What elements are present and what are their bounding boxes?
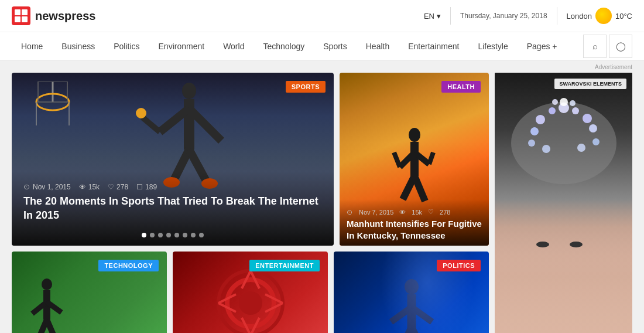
- entertainment-badge[interactable]: ENTERTAINMENT: [249, 260, 320, 271]
- featured-comments: 189: [145, 183, 157, 191]
- ad-background: [495, 73, 632, 333]
- health-title: Manhunt Intensifies For Fugitive In Kent…: [347, 218, 482, 241]
- svg-point-63: [552, 99, 558, 105]
- dot-5[interactable]: [174, 233, 179, 237]
- divider1: [450, 7, 451, 25]
- eye-icon2: 👁: [399, 209, 406, 216]
- svg-point-35: [239, 291, 262, 315]
- meta-views: 👁 15k: [79, 183, 100, 191]
- nav-item-home[interactable]: Home: [12, 33, 52, 59]
- search-button[interactable]: ⌕: [583, 35, 607, 58]
- basketball-hoop: [26, 81, 79, 131]
- featured-article[interactable]: SPORTS ⏲ Nov 1, 2015 👁 15k: [12, 73, 334, 246]
- featured-likes: 278: [117, 183, 128, 191]
- svg-point-19: [409, 128, 420, 142]
- nav-items: Home Business Politics Environment World…: [12, 33, 583, 59]
- technology-badge[interactable]: TECHNOLOGY: [98, 260, 159, 271]
- politics-article[interactable]: POLITICS: [334, 252, 489, 333]
- nav-item-entertainment[interactable]: Entertainment: [399, 33, 468, 59]
- runner-figure: [391, 126, 438, 210]
- nav-item-pages[interactable]: Pages +: [518, 33, 567, 59]
- dot-6[interactable]: [183, 233, 187, 237]
- dot-7[interactable]: [191, 233, 196, 237]
- svg-line-12: [142, 117, 160, 132]
- slider-dots: [23, 228, 322, 240]
- meta-clock: ⏲ Nov 1, 2015: [23, 183, 71, 191]
- lang-label: EN: [424, 12, 434, 21]
- svg-point-64: [570, 100, 576, 106]
- featured-views: 15k: [88, 183, 100, 191]
- svg-point-52: [549, 107, 556, 114]
- ad-box[interactable]: SWAROVSKI ELEMENTS all things extraordin…: [495, 73, 632, 333]
- left-column: SPORTS ⏲ Nov 1, 2015 👁 15k: [12, 73, 489, 333]
- nav-item-world[interactable]: World: [214, 33, 254, 59]
- inner-top: SPORTS ⏲ Nov 1, 2015 👁 15k: [12, 73, 489, 246]
- weather-city: London: [567, 12, 592, 21]
- svg-point-62: [560, 98, 568, 106]
- svg-point-54: [572, 107, 579, 114]
- meta-likes: ♡ 278: [108, 183, 128, 191]
- svg-line-32: [47, 320, 56, 333]
- eye-icon: 👁: [79, 183, 86, 191]
- ad-eyes: [536, 242, 583, 247]
- health-views: 15k: [412, 209, 422, 216]
- lang-selector[interactable]: EN ▾: [424, 12, 441, 21]
- svg-point-58: [528, 140, 535, 147]
- weather-icon: [595, 8, 612, 24]
- nav-item-sports[interactable]: Sports: [314, 33, 356, 59]
- health-article-wrapper: HEALTH ⏲ Nov 7, 2015 👁 15k ♡ 278 Manhunt…: [340, 73, 489, 246]
- meta-comments: ☐ 189: [136, 183, 157, 191]
- dot-3[interactable]: [158, 233, 163, 237]
- nav-icons: ⌕ ◯: [583, 35, 632, 58]
- health-date: Nov 7, 2015: [359, 209, 393, 216]
- svg-point-51: [536, 115, 545, 124]
- sports-badge[interactable]: SPORTS: [286, 81, 326, 93]
- logo-text: newspress: [35, 9, 95, 23]
- svg-line-22: [394, 152, 400, 167]
- health-meta: ⏲ Nov 7, 2015 👁 15k ♡ 278: [347, 208, 482, 216]
- dot-1[interactable]: [142, 233, 146, 237]
- weather-temp: 10°C: [615, 12, 632, 21]
- dot-4[interactable]: [166, 233, 171, 237]
- nav-item-environment[interactable]: Environment: [149, 33, 214, 59]
- clock-icon2: ⏲: [347, 209, 353, 216]
- tech-figure: [18, 273, 76, 333]
- svg-point-9: [182, 83, 196, 99]
- search-icon: ⌕: [592, 41, 598, 51]
- nav-item-politics[interactable]: Politics: [104, 33, 149, 59]
- nav-item-technology[interactable]: Technology: [254, 33, 314, 59]
- technology-article[interactable]: TECHNOLOGY: [12, 252, 167, 333]
- svg-point-60: [542, 145, 550, 153]
- dot-2[interactable]: [150, 233, 155, 237]
- nav-item-health[interactable]: Health: [357, 33, 399, 59]
- clock-icon: ⏲: [23, 183, 30, 191]
- health-article[interactable]: HEALTH ⏲ Nov 7, 2015 👁 15k ♡ 278 Manhunt…: [340, 73, 489, 246]
- svg-line-24: [429, 152, 433, 164]
- health-badge[interactable]: HEALTH: [441, 81, 481, 93]
- dot-8[interactable]: [199, 233, 204, 237]
- bottom-row: TECHNOLOGY: [12, 252, 489, 333]
- heart-icon2: ♡: [428, 208, 434, 216]
- svg-point-13: [136, 108, 146, 118]
- svg-point-27: [42, 278, 52, 290]
- featured-title: The 20 Moments In Sports That Tried To B…: [23, 195, 322, 222]
- svg-line-26: [415, 176, 425, 201]
- logo-icon[interactable]: [12, 6, 30, 25]
- nav-item-lifestyle[interactable]: Lifestyle: [468, 33, 517, 59]
- user-button[interactable]: ◯: [609, 35, 632, 58]
- featured-date: Nov 1, 2015: [33, 183, 71, 191]
- svg-point-61: [577, 144, 585, 152]
- ad-brand: SWAROVSKI ELEMENTS: [554, 79, 626, 89]
- nav: Home Business Politics Environment World…: [0, 32, 644, 60]
- svg-rect-0: [15, 9, 20, 15]
- entertainment-article[interactable]: ENTERTAINMENT: [173, 252, 328, 333]
- nav-item-business[interactable]: Business: [52, 33, 104, 59]
- gem-hat: [495, 79, 632, 196]
- svg-rect-3: [22, 16, 28, 22]
- featured-meta: ⏲ Nov 1, 2015 👁 15k ♡ 278: [23, 183, 322, 191]
- lang-arrow: ▾: [437, 12, 441, 21]
- user-icon: ◯: [616, 41, 626, 52]
- svg-rect-1: [22, 9, 28, 15]
- politics-badge[interactable]: POLITICS: [437, 260, 481, 271]
- logo-area: newspress: [12, 6, 424, 25]
